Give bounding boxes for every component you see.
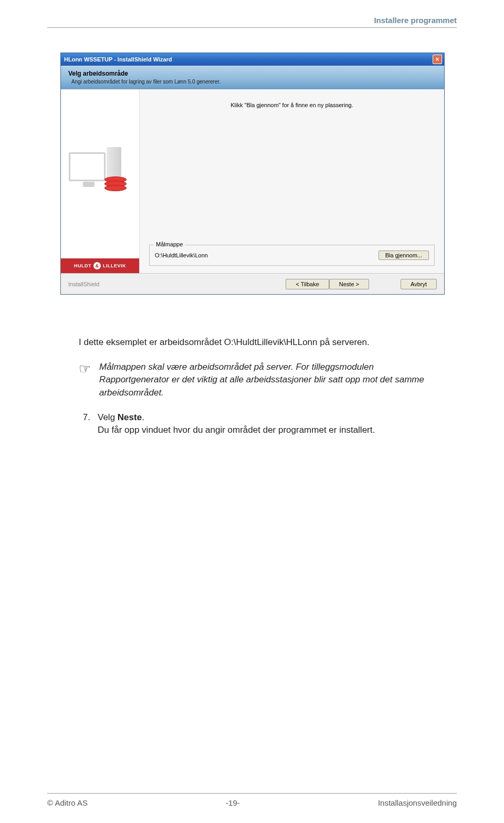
close-icon[interactable]: × xyxy=(433,55,442,64)
wizard-buttons: < Tilbake Neste > Avbryt xyxy=(286,279,437,289)
page-header-title: Installere programmet xyxy=(374,16,457,25)
disks-icon xyxy=(104,179,127,191)
wizard-body: HULDT & LILLEVIK Klikk "Bla gjennom" for… xyxy=(61,89,444,273)
target-path: O:\HuldtLillevik\Lonn xyxy=(155,252,374,258)
header-divider xyxy=(47,27,457,28)
brand-amp-icon: & xyxy=(93,262,101,269)
wizard-footer: InstallShield < Tilbake Neste > Avbryt xyxy=(61,273,444,294)
brand-logo: HULDT & LILLEVIK xyxy=(61,258,139,273)
brand-right: LILLEVIK xyxy=(103,263,126,268)
body-text: I dette eksemplet er arbeidsområdet O:\H… xyxy=(79,336,441,437)
step-bold: Neste xyxy=(118,412,142,422)
footer-center: -19- xyxy=(226,798,240,807)
wizard-step-title: Velg arbeidsområde xyxy=(68,70,437,77)
step-7: 7. Velg Neste. Du får opp vinduet hvor d… xyxy=(79,411,441,437)
footer-divider xyxy=(47,793,457,794)
window-title: HLonn WSSETUP - InstallShield Wizard xyxy=(64,56,433,62)
step-prefix: Velg xyxy=(98,412,118,422)
note-row: ☞ Målmappen skal være arbeidsområdet på … xyxy=(79,361,441,400)
wizard-subheader: Velg arbeidsområde Angi arbeidsområdet f… xyxy=(61,66,444,89)
intro-paragraph: I dette eksemplet er arbeidsområdet O:\H… xyxy=(79,336,441,349)
titlebar: HLonn WSSETUP - InstallShield Wizard × xyxy=(61,53,444,66)
monitor-icon xyxy=(69,152,106,181)
wizard-step-desc: Angi arbeidsområdet for lagring av filer… xyxy=(68,79,437,85)
browse-button[interactable]: Bla gjennom... xyxy=(379,251,429,260)
cancel-button[interactable]: Avbryt xyxy=(401,279,437,289)
footer-left: © Aditro AS xyxy=(47,798,88,807)
next-button[interactable]: Neste > xyxy=(329,279,369,289)
pointing-hand-icon: ☞ xyxy=(79,361,91,400)
doc-footer: © Aditro AS -19- Installasjonsveiledning xyxy=(47,798,457,807)
computer-illustration xyxy=(69,147,132,215)
footer-right: Installasjonsveiledning xyxy=(378,798,457,807)
wizard-hint: Klikk "Bla gjennom" for å finne en ny pl… xyxy=(149,100,435,108)
note-text: Målmappen skal være arbeidsområdet på se… xyxy=(99,361,441,400)
step-text: Velg Neste. Du får opp vinduet hvor du a… xyxy=(98,411,375,437)
target-folder-group: Målmappe O:\HuldtLillevik\Lonn Bla gjenn… xyxy=(149,245,435,266)
target-legend: Målmappe xyxy=(154,241,185,247)
wizard-main: Klikk "Bla gjennom" for å finne en ny pl… xyxy=(140,89,444,273)
installshield-label: InstallShield xyxy=(68,281,286,287)
step-number: 7. xyxy=(79,411,90,437)
wizard-window: HLonn WSSETUP - InstallShield Wizard × V… xyxy=(60,53,445,295)
back-button[interactable]: < Tilbake xyxy=(286,279,329,289)
brand-left: HULDT xyxy=(74,263,91,268)
wizard-sidebar: HULDT & LILLEVIK xyxy=(61,89,140,273)
